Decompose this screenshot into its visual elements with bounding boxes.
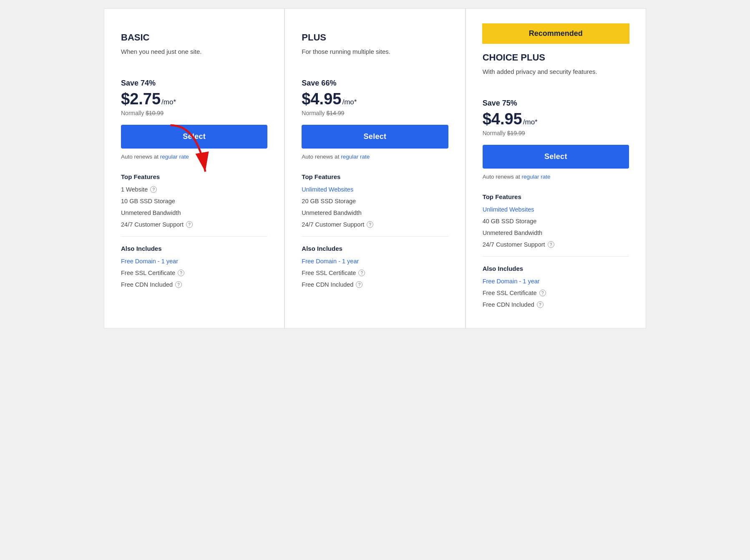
also-help-icon-choice-plus-2[interactable]: ? — [537, 301, 544, 308]
plan-description-plus: For those running multiple sites. — [302, 47, 448, 66]
help-icon-choice-plus-3[interactable]: ? — [548, 241, 554, 248]
also-includes-text-plus-1: Free SSL Certificate — [302, 270, 356, 276]
plan-name-plus: PLUS — [302, 32, 448, 43]
feature-text-plus-3: 24/7 Customer Support — [302, 221, 364, 228]
also-help-icon-plus-1[interactable]: ? — [358, 270, 365, 276]
divider-choice-plus — [483, 256, 629, 257]
also-includes-plus-0: Free Domain - 1 year — [302, 258, 448, 265]
also-includes-label-plus: Also Includes — [302, 245, 448, 252]
auto-renew-choice-plus: Auto renews at regular rate — [483, 174, 629, 180]
also-includes-text-plus-2: Free CDN Included — [302, 281, 353, 288]
auto-renew-basic: Auto renews at regular rate — [121, 154, 267, 160]
feature-link-plus-0[interactable]: Unlimited Websites — [302, 186, 353, 193]
also-help-icon-basic-1[interactable]: ? — [178, 270, 184, 276]
plan-card-plus: PLUSFor those running multiple sites.Sav… — [284, 8, 465, 328]
price-plus: $4.95 — [302, 90, 341, 108]
also-includes-choice-plus-1: Free SSL Certificate? — [483, 290, 629, 296]
plan-card-choice-plus: RecommendedCHOICE PLUSWith added privacy… — [466, 8, 646, 328]
feature-plus-0: Unlimited Websites — [302, 186, 448, 193]
feature-link-choice-plus-0[interactable]: Unlimited Websites — [483, 206, 534, 213]
price-choice-plus: $4.95 — [483, 110, 522, 128]
price-suffix-choice-plus: /mo* — [523, 118, 538, 126]
feature-basic-2: Unmetered Bandwidth — [121, 209, 267, 216]
feature-text-plus-1: 20 GB SSD Storage — [302, 198, 356, 204]
feature-basic-0: 1 Website? — [121, 186, 267, 193]
also-includes-basic-2: Free CDN Included? — [121, 281, 267, 288]
also-help-icon-choice-plus-1[interactable]: ? — [539, 290, 546, 296]
normally-basic: Normally $10.99 — [121, 110, 267, 116]
top-features-label-choice-plus: Top Features — [483, 193, 629, 200]
save-label-basic: Save 74% — [121, 79, 267, 88]
select-button-basic[interactable]: Select — [121, 125, 267, 149]
feature-plus-1: 20 GB SSD Storage — [302, 198, 448, 204]
price-basic: $2.75 — [121, 90, 161, 108]
divider-plus — [302, 236, 448, 237]
recommended-badge: Recommended — [482, 23, 629, 44]
also-includes-link-plus-0[interactable]: Free Domain - 1 year — [302, 258, 359, 265]
save-label-plus: Save 66% — [302, 79, 448, 88]
also-includes-plus-2: Free CDN Included? — [302, 281, 448, 288]
regular-rate-link-plus[interactable]: regular rate — [341, 154, 370, 160]
feature-plus-3: 24/7 Customer Support? — [302, 221, 448, 228]
also-includes-text-basic-1: Free SSL Certificate — [121, 270, 175, 276]
also-includes-text-choice-plus-1: Free SSL Certificate — [483, 290, 537, 296]
help-icon-basic-0[interactable]: ? — [150, 186, 157, 193]
plan-description-choice-plus: With added privacy and security features… — [483, 67, 629, 86]
feature-choice-plus-1: 40 GB SSD Storage — [483, 218, 629, 225]
also-includes-label-basic: Also Includes — [121, 245, 267, 252]
pricing-container: BASICWhen you need just one site.Save 74… — [104, 8, 646, 328]
also-help-icon-basic-2[interactable]: ? — [175, 281, 182, 288]
auto-renew-plus: Auto renews at regular rate — [302, 154, 448, 160]
feature-text-choice-plus-3: 24/7 Customer Support — [483, 241, 545, 248]
select-button-choice-plus[interactable]: Select — [483, 145, 629, 169]
save-label-choice-plus: Save 75% — [483, 99, 629, 108]
feature-text-basic-3: 24/7 Customer Support — [121, 221, 184, 228]
feature-choice-plus-3: 24/7 Customer Support? — [483, 241, 629, 248]
select-button-plus[interactable]: Select — [302, 125, 448, 149]
feature-text-basic-2: Unmetered Bandwidth — [121, 209, 181, 216]
also-includes-link-basic-0[interactable]: Free Domain - 1 year — [121, 258, 178, 265]
also-includes-text-basic-2: Free CDN Included — [121, 281, 173, 288]
feature-choice-plus-0: Unlimited Websites — [483, 206, 629, 213]
top-features-label-basic: Top Features — [121, 173, 267, 180]
also-includes-text-choice-plus-2: Free CDN Included — [483, 301, 534, 308]
feature-text-choice-plus-2: Unmetered Bandwidth — [483, 230, 542, 236]
feature-plus-2: Unmetered Bandwidth — [302, 209, 448, 216]
feature-text-plus-2: Unmetered Bandwidth — [302, 209, 361, 216]
price-suffix-basic: /mo* — [161, 98, 176, 106]
also-includes-basic-0: Free Domain - 1 year — [121, 258, 267, 265]
also-includes-label-choice-plus: Also Includes — [483, 265, 629, 272]
normally-choice-plus: Normally $19.99 — [483, 130, 629, 136]
also-help-icon-plus-2[interactable]: ? — [356, 281, 362, 288]
help-icon-plus-3[interactable]: ? — [367, 221, 373, 228]
also-includes-link-choice-plus-0[interactable]: Free Domain - 1 year — [483, 278, 540, 285]
regular-rate-link-basic[interactable]: regular rate — [160, 154, 189, 160]
also-includes-plus-1: Free SSL Certificate? — [302, 270, 448, 276]
feature-choice-plus-2: Unmetered Bandwidth — [483, 230, 629, 236]
also-includes-choice-plus-0: Free Domain - 1 year — [483, 278, 629, 285]
normally-plus: Normally $14.99 — [302, 110, 448, 116]
feature-text-basic-1: 10 GB SSD Storage — [121, 198, 175, 204]
plan-description-basic: When you need just one site. — [121, 47, 267, 66]
divider-basic — [121, 236, 267, 237]
regular-rate-link-choice-plus[interactable]: regular rate — [521, 174, 550, 180]
also-includes-basic-1: Free SSL Certificate? — [121, 270, 267, 276]
help-icon-basic-3[interactable]: ? — [186, 221, 193, 228]
top-features-label-plus: Top Features — [302, 173, 448, 180]
feature-text-basic-0: 1 Website — [121, 186, 148, 193]
plan-name-basic: BASIC — [121, 32, 267, 43]
feature-basic-1: 10 GB SSD Storage — [121, 198, 267, 204]
feature-text-choice-plus-1: 40 GB SSD Storage — [483, 218, 537, 225]
plan-card-basic: BASICWhen you need just one site.Save 74… — [104, 8, 284, 328]
plan-name-choice-plus: CHOICE PLUS — [483, 52, 629, 63]
feature-basic-3: 24/7 Customer Support? — [121, 221, 267, 228]
also-includes-choice-plus-2: Free CDN Included? — [483, 301, 629, 308]
price-suffix-plus: /mo* — [342, 98, 357, 106]
